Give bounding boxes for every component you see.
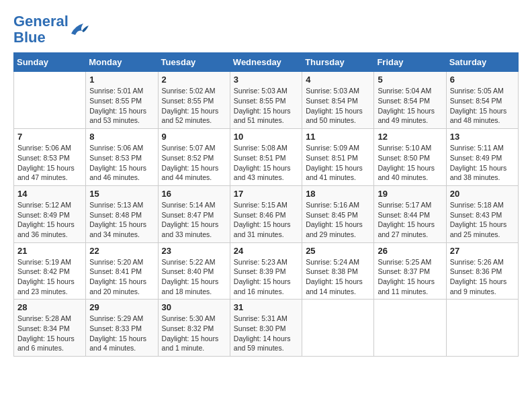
day-number: 3 — [234, 75, 298, 85]
day-info: Sunrise: 5:11 AM Sunset: 8:49 PM Dayligh… — [450, 143, 515, 183]
day-cell: 19Sunrise: 5:17 AM Sunset: 8:44 PM Dayli… — [374, 185, 446, 242]
day-info: Sunrise: 5:17 AM Sunset: 8:44 PM Dayligh… — [378, 200, 442, 240]
day-info: Sunrise: 5:08 AM Sunset: 8:51 PM Dayligh… — [234, 143, 298, 183]
day-info: Sunrise: 5:13 AM Sunset: 8:48 PM Dayligh… — [89, 200, 154, 240]
day-info: Sunrise: 5:28 AM Sunset: 8:34 PM Dayligh… — [17, 314, 82, 353]
day-cell: 25Sunrise: 5:24 AM Sunset: 8:38 PM Dayli… — [302, 242, 374, 300]
day-info: Sunrise: 5:22 AM Sunset: 8:40 PM Dayligh… — [162, 257, 226, 297]
day-info: Sunrise: 5:02 AM Sunset: 8:55 PM Dayligh… — [162, 86, 226, 126]
day-number: 24 — [234, 246, 298, 256]
day-info: Sunrise: 5:05 AM Sunset: 8:54 PM Dayligh… — [450, 86, 515, 126]
day-number: 28 — [17, 302, 82, 312]
day-cell: 13Sunrise: 5:11 AM Sunset: 8:49 PM Dayli… — [446, 129, 518, 186]
week-row-5: 28Sunrise: 5:28 AM Sunset: 8:34 PM Dayli… — [14, 300, 519, 357]
day-info: Sunrise: 5:04 AM Sunset: 8:54 PM Dayligh… — [378, 86, 442, 126]
day-number: 2 — [162, 75, 226, 85]
weekday-header-tuesday: Tuesday — [158, 53, 230, 72]
day-cell: 29Sunrise: 5:29 AM Sunset: 8:33 PM Dayli… — [86, 300, 158, 357]
day-number: 27 — [450, 246, 515, 256]
day-info: Sunrise: 5:03 AM Sunset: 8:54 PM Dayligh… — [306, 86, 370, 126]
day-info: Sunrise: 5:09 AM Sunset: 8:51 PM Dayligh… — [306, 143, 370, 183]
day-cell: 9Sunrise: 5:07 AM Sunset: 8:52 PM Daylig… — [158, 129, 230, 186]
day-cell: 21Sunrise: 5:19 AM Sunset: 8:42 PM Dayli… — [14, 242, 86, 300]
weekday-header-wednesday: Wednesday — [230, 53, 302, 72]
day-cell: 31Sunrise: 5:31 AM Sunset: 8:30 PM Dayli… — [230, 300, 302, 357]
day-info: Sunrise: 5:15 AM Sunset: 8:46 PM Dayligh… — [234, 200, 298, 240]
weekday-header-row: SundayMondayTuesdayWednesdayThursdayFrid… — [14, 53, 519, 72]
day-cell: 26Sunrise: 5:25 AM Sunset: 8:37 PM Dayli… — [374, 242, 446, 300]
logo: General Blue — [13, 13, 90, 46]
day-number: 23 — [162, 246, 226, 256]
day-info: Sunrise: 5:29 AM Sunset: 8:33 PM Dayligh… — [89, 314, 154, 353]
day-cell: 16Sunrise: 5:14 AM Sunset: 8:47 PM Dayli… — [158, 185, 230, 242]
day-number: 20 — [450, 189, 515, 199]
day-number: 18 — [306, 189, 370, 199]
day-number: 17 — [234, 189, 298, 199]
day-number: 29 — [89, 302, 154, 312]
day-info: Sunrise: 5:26 AM Sunset: 8:36 PM Dayligh… — [450, 257, 515, 297]
day-info: Sunrise: 5:30 AM Sunset: 8:32 PM Dayligh… — [162, 314, 226, 353]
day-number: 26 — [378, 246, 442, 256]
day-cell: 14Sunrise: 5:12 AM Sunset: 8:49 PM Dayli… — [14, 185, 86, 242]
day-info: Sunrise: 5:01 AM Sunset: 8:55 PM Dayligh… — [89, 86, 154, 126]
day-number: 11 — [306, 132, 370, 142]
week-row-2: 7Sunrise: 5:06 AM Sunset: 8:53 PM Daylig… — [14, 129, 519, 186]
day-info: Sunrise: 5:16 AM Sunset: 8:45 PM Dayligh… — [306, 200, 370, 240]
day-number: 6 — [450, 75, 515, 85]
day-cell — [446, 300, 518, 357]
day-info: Sunrise: 5:25 AM Sunset: 8:37 PM Dayligh… — [378, 257, 442, 297]
day-cell: 7Sunrise: 5:06 AM Sunset: 8:53 PM Daylig… — [14, 129, 86, 186]
day-info: Sunrise: 5:23 AM Sunset: 8:39 PM Dayligh… — [234, 257, 298, 297]
day-cell: 20Sunrise: 5:18 AM Sunset: 8:43 PM Dayli… — [446, 185, 518, 242]
day-number: 5 — [378, 75, 442, 85]
day-info: Sunrise: 5:18 AM Sunset: 8:43 PM Dayligh… — [450, 200, 515, 240]
logo-bird-icon — [70, 20, 90, 39]
day-number: 25 — [306, 246, 370, 256]
page-header: General Blue — [13, 13, 519, 46]
day-cell: 27Sunrise: 5:26 AM Sunset: 8:36 PM Dayli… — [446, 242, 518, 300]
day-cell: 1Sunrise: 5:01 AM Sunset: 8:55 PM Daylig… — [86, 72, 158, 129]
weekday-header-monday: Monday — [86, 53, 158, 72]
day-cell: 5Sunrise: 5:04 AM Sunset: 8:54 PM Daylig… — [374, 72, 446, 129]
day-cell — [14, 72, 86, 129]
day-info: Sunrise: 5:19 AM Sunset: 8:42 PM Dayligh… — [17, 257, 82, 297]
day-number: 1 — [89, 75, 154, 85]
day-cell: 22Sunrise: 5:20 AM Sunset: 8:41 PM Dayli… — [86, 242, 158, 300]
day-cell: 17Sunrise: 5:15 AM Sunset: 8:46 PM Dayli… — [230, 185, 302, 242]
day-number: 21 — [17, 246, 82, 256]
day-info: Sunrise: 5:14 AM Sunset: 8:47 PM Dayligh… — [162, 200, 226, 240]
weekday-header-friday: Friday — [374, 53, 446, 72]
day-cell: 6Sunrise: 5:05 AM Sunset: 8:54 PM Daylig… — [446, 72, 518, 129]
day-cell: 30Sunrise: 5:30 AM Sunset: 8:32 PM Dayli… — [158, 300, 230, 357]
day-number: 15 — [89, 189, 154, 199]
day-number: 16 — [162, 189, 226, 199]
logo-text: General Blue — [13, 13, 69, 46]
day-number: 14 — [17, 189, 82, 199]
weekday-header-sunday: Sunday — [14, 53, 86, 72]
day-number: 22 — [89, 246, 154, 256]
day-info: Sunrise: 5:31 AM Sunset: 8:30 PM Dayligh… — [234, 314, 298, 353]
day-number: 13 — [450, 132, 515, 142]
day-cell: 8Sunrise: 5:06 AM Sunset: 8:53 PM Daylig… — [86, 129, 158, 186]
day-number: 19 — [378, 189, 442, 199]
day-number: 12 — [378, 132, 442, 142]
day-cell: 3Sunrise: 5:03 AM Sunset: 8:55 PM Daylig… — [230, 72, 302, 129]
day-info: Sunrise: 5:03 AM Sunset: 8:55 PM Dayligh… — [234, 86, 298, 126]
weekday-header-saturday: Saturday — [446, 53, 518, 72]
week-row-3: 14Sunrise: 5:12 AM Sunset: 8:49 PM Dayli… — [14, 185, 519, 242]
day-cell: 15Sunrise: 5:13 AM Sunset: 8:48 PM Dayli… — [86, 185, 158, 242]
day-number: 4 — [306, 75, 370, 85]
day-info: Sunrise: 5:10 AM Sunset: 8:50 PM Dayligh… — [378, 143, 442, 183]
day-info: Sunrise: 5:20 AM Sunset: 8:41 PM Dayligh… — [89, 257, 154, 297]
day-cell: 10Sunrise: 5:08 AM Sunset: 8:51 PM Dayli… — [230, 129, 302, 186]
day-cell: 11Sunrise: 5:09 AM Sunset: 8:51 PM Dayli… — [302, 129, 374, 186]
day-number: 8 — [89, 132, 154, 142]
day-cell — [374, 300, 446, 357]
day-cell: 23Sunrise: 5:22 AM Sunset: 8:40 PM Dayli… — [158, 242, 230, 300]
day-number: 7 — [17, 132, 82, 142]
day-info: Sunrise: 5:06 AM Sunset: 8:53 PM Dayligh… — [17, 143, 82, 183]
day-cell: 28Sunrise: 5:28 AM Sunset: 8:34 PM Dayli… — [14, 300, 86, 357]
day-number: 10 — [234, 132, 298, 142]
day-cell — [302, 300, 374, 357]
day-number: 31 — [234, 302, 298, 312]
